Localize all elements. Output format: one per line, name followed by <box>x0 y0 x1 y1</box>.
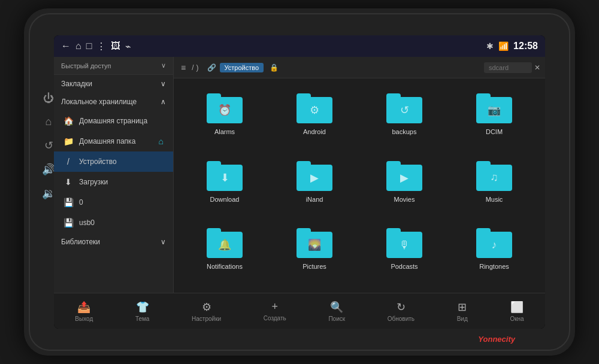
folder-type-icon: 🔔 <box>218 238 231 251</box>
bottom-tool-icon-обновить: ↻ <box>397 301 406 314</box>
libraries-label: Библиотеки <box>61 238 100 246</box>
folder-item-notifications[interactable]: 🔔 Notifications <box>180 219 270 287</box>
volume-down-icon[interactable]: 🔉 <box>42 187 55 200</box>
home-nav-icon[interactable]: ⌂ <box>75 41 81 51</box>
libraries-section[interactable]: Библиотеки ∨ <box>54 233 173 251</box>
folder-overlay: ▶ <box>297 165 332 191</box>
device-btn[interactable]: Устройство <box>220 63 264 72</box>
left-controls: ⏻ ⌂ ↺ 🔊 🔉 <box>42 92 55 200</box>
status-right: ✱ 📶 12:58 <box>486 41 538 51</box>
sidebar-item-storage-0[interactable]: 💾 0 <box>54 192 173 213</box>
folder-item-backups[interactable]: ↺ backups <box>359 84 449 152</box>
folder-item-android[interactable]: ⚙ Android <box>270 84 359 152</box>
brand-text: Yonnecity <box>478 335 515 344</box>
file-browser-toolbar: ≡ / ) 🔗 Устройство 🔒 ✕ <box>174 57 545 78</box>
folder-label-movies: Movies <box>394 196 415 203</box>
search-clear-icon[interactable]: ✕ <box>534 63 540 72</box>
bookmarks-section[interactable]: Закладки ∨ <box>54 75 173 93</box>
local-storage-section[interactable]: Локальное хранилище ∧ <box>54 93 173 111</box>
sidebar-item-usb0[interactable]: 💾 usb0 <box>54 213 173 233</box>
folder-item-music[interactable]: ♫ Music <box>449 152 539 220</box>
folder-type-icon: 🎙 <box>399 239 410 251</box>
folder-label-inand: iNand <box>306 196 323 203</box>
bottom-tool-label-обновить: Обновить <box>388 316 415 322</box>
bottom-tool-label-окна: Окна <box>510 316 524 322</box>
path-paren: ) <box>196 63 199 72</box>
folder-type-icon: ↺ <box>400 104 409 117</box>
home-icon[interactable]: ⌂ <box>46 116 52 128</box>
folder-icon-pictures: 🌄 <box>297 228 332 258</box>
usb-nav-icon[interactable]: ⌁ <box>125 41 131 52</box>
folder-overlay: ♫ <box>476 165 512 191</box>
folder-overlay: ↺ <box>386 97 422 123</box>
home-folder-highlight-icon: ⌂ <box>159 136 164 146</box>
sidebar-item-downloads[interactable]: ⬇ Загрузки <box>54 172 173 192</box>
power-icon[interactable]: ⏻ <box>43 92 54 105</box>
menu-toolbar-icon[interactable]: ≡ <box>179 62 188 74</box>
folder-overlay: ⏰ <box>207 97 243 123</box>
sidebar-item-device[interactable]: / Устройство <box>54 151 173 172</box>
local-storage-collapse-icon[interactable]: ∧ <box>161 98 166 106</box>
folder-type-icon: ⬇ <box>220 171 229 184</box>
bottom-tool-обновить[interactable]: ↻ Обновить <box>382 297 420 326</box>
downloads-icon: ⬇ <box>63 177 73 187</box>
folder-item-inand[interactable]: ▶ iNand <box>270 152 359 220</box>
folder-label-podcasts: Podcasts <box>391 263 418 270</box>
search-input[interactable] <box>484 62 532 73</box>
libraries-collapse-icon[interactable]: ∨ <box>161 238 166 246</box>
folder-item-dcim[interactable]: 📷 DCIM <box>449 84 539 152</box>
back-nav-icon[interactable]: ← <box>61 41 71 51</box>
folder-body: ↺ <box>386 97 422 123</box>
bottom-tool-окна[interactable]: ⬜ Окна <box>504 297 530 326</box>
bottom-tool-icon-окна: ⬜ <box>510 301 524 314</box>
bottom-tool-поиск[interactable]: 🔍 Поиск <box>322 297 351 326</box>
back-icon[interactable]: ↺ <box>44 139 53 152</box>
folder-icon-dcim: 📷 <box>476 93 512 123</box>
bottom-tool-label-настройки: Настройки <box>192 316 221 322</box>
device-label: Устройство <box>79 157 117 166</box>
quick-access-header[interactable]: Быстрый доступ ∨ <box>54 57 173 75</box>
folder-icon-movies: ▶ <box>386 161 422 191</box>
bookmarks-collapse-icon[interactable]: ∨ <box>161 80 166 88</box>
volume-up-icon[interactable]: 🔊 <box>42 163 55 176</box>
folder-item-ringtones[interactable]: ♪ Ringtones <box>449 219 539 287</box>
quick-access-expand-icon[interactable]: ∨ <box>161 62 166 69</box>
sidebar-item-home-folder[interactable]: 📁 Домашняя папка ⌂ <box>54 131 173 151</box>
folder-item-movies[interactable]: ▶ Movies <box>359 152 449 220</box>
downloads-label: Загрузки <box>79 178 108 186</box>
bottom-tool-label-тема: Тема <box>135 316 150 322</box>
bottom-tool-label-выход: Выход <box>75 316 93 322</box>
file-browser: ≡ / ) 🔗 Устройство 🔒 ✕ <box>174 57 545 293</box>
folder-label-android: Android <box>303 128 326 135</box>
bottom-tool-вид[interactable]: ⊞ Вид <box>451 297 474 326</box>
folder-body: 📷 <box>476 97 512 123</box>
image-nav-icon[interactable]: 🖼 <box>111 41 120 51</box>
bottom-tool-тема[interactable]: 👕 Тема <box>129 297 156 326</box>
folder-item-alarms[interactable]: ⏰ Alarms <box>180 84 270 152</box>
folder-item-podcasts[interactable]: 🎙 Podcasts <box>359 219 449 287</box>
folder-overlay: ▶ <box>386 165 422 191</box>
main-content: Быстрый доступ ∨ Закладки ∨ Локальное хр… <box>54 57 545 293</box>
path-bar: / ) <box>192 63 198 72</box>
recent-nav-icon[interactable]: □ <box>86 41 92 51</box>
folder-label-pictures: Pictures <box>302 263 326 270</box>
menu-nav-icon[interactable]: ⋮ <box>96 41 106 52</box>
bottom-tool-выход[interactable]: 📤 Выход <box>69 297 99 326</box>
bottom-tool-icon-настройки: ⚙ <box>202 301 211 314</box>
folder-body: ▶ <box>297 165 332 191</box>
folder-label-download: Download <box>210 196 240 203</box>
folder-label-alarms: Alarms <box>214 128 235 135</box>
sidebar-item-home-page[interactable]: 🏠 Домашняя страница <box>54 111 173 131</box>
bottom-tool-icon-тема: 👕 <box>136 301 149 314</box>
bottom-tool-создать[interactable]: + Создать <box>258 297 292 325</box>
folder-icon-download: ⬇ <box>207 161 243 191</box>
bottom-tool-настройки[interactable]: ⚙ Настройки <box>186 297 227 326</box>
folder-icon-android: ⚙ <box>297 93 332 123</box>
folder-item-download[interactable]: ⬇ Download <box>180 152 270 220</box>
home-folder-label: Домашняя папка <box>79 137 135 145</box>
bottom-tool-icon-поиск: 🔍 <box>330 301 343 314</box>
folder-icon-backups: ↺ <box>386 93 422 123</box>
folder-body: ⏰ <box>207 97 243 123</box>
bottom-tool-icon-выход: 📤 <box>77 301 90 314</box>
folder-item-pictures[interactable]: 🌄 Pictures <box>270 219 359 287</box>
